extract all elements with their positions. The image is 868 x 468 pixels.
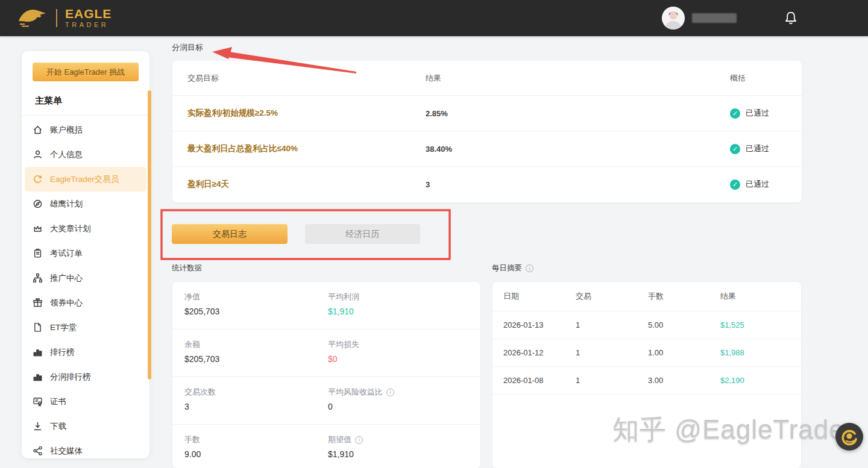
top-bar: EAGLE TRADER xyxy=(0,0,868,36)
sidebar-item-leaderboard[interactable]: 排行榜 xyxy=(22,340,149,364)
share-icon xyxy=(33,446,43,456)
sidebar-item-label: 个人信息 xyxy=(50,149,83,160)
check-circle-icon: ✓ xyxy=(730,179,740,190)
sidebar-item-account-overview[interactable]: 账户概括 xyxy=(22,117,149,142)
table-row: 2026-01-12 1 1.00 $1,988 xyxy=(492,339,801,366)
clipboard-icon xyxy=(33,248,43,258)
table-row: 2026-01-08 1 3.00 $2,190 xyxy=(492,366,801,394)
crown-icon xyxy=(33,223,43,234)
daily-empty-area xyxy=(492,394,801,468)
sidebar-item-label: 分润排行榜 xyxy=(50,372,91,382)
sidebar-item-label: 社交媒体 xyxy=(50,446,83,457)
sidebar-item-label: 雄鹰计划 xyxy=(50,199,83,210)
info-icon[interactable]: i xyxy=(355,436,363,444)
stats-title: 统计数据 xyxy=(172,263,202,273)
sidebar-item-exam-orders[interactable]: 考试订单 xyxy=(22,241,149,266)
status-badge: 已通过 xyxy=(746,143,769,154)
profit-goals-card: 交易目标 结果 概括 实际盈利/初始规模≥2.5% 2.85% ✓ 已通过 最大… xyxy=(172,60,802,203)
table-row: 2026-01-13 1 5.00 $1,525 xyxy=(492,311,801,339)
notifications-bell-icon[interactable] xyxy=(784,10,798,26)
sidebar-item-certificate[interactable]: 证书 xyxy=(22,389,149,414)
col-date: 日期 xyxy=(503,291,576,302)
sidebar-scrollbar[interactable] xyxy=(148,90,151,379)
user-avatar[interactable] xyxy=(662,7,685,30)
sidebar-item-label: ET学堂 xyxy=(50,322,77,333)
sidebar-item-et-academy[interactable]: ET学堂 xyxy=(22,315,149,340)
stat-expectancy: 期望值i $1,910 xyxy=(316,425,470,468)
download-icon xyxy=(33,421,43,431)
sidebar-item-profit-leaderboard[interactable]: 分润排行榜 xyxy=(22,364,149,389)
red-arrow-annotation xyxy=(212,47,232,59)
refresh-icon xyxy=(33,174,43,184)
daily-table-header: 日期 交易 手数 结果 xyxy=(492,282,801,311)
stat-lots: 手数 9.00 xyxy=(172,425,316,468)
table-row: 盈利日≥4天 3 ✓ 已通过 xyxy=(172,166,802,202)
profit-goals-title: 分润目标 xyxy=(172,42,203,53)
sidebar-item-label: 下载 xyxy=(50,421,66,432)
info-icon[interactable]: i xyxy=(386,388,394,396)
sidebar-divider xyxy=(22,115,149,116)
stats-card: 净值 $205,703 平均利润 $1,910 余额 $205,703 平均损失… xyxy=(172,281,481,468)
col-trading-goal: 交易目标 xyxy=(187,73,426,84)
col-lots: 手数 xyxy=(648,291,720,302)
table-row: 实际盈利/初始规模≥2.5% 2.85% ✓ 已通过 xyxy=(172,95,802,131)
stat-balance: 余额 $205,703 xyxy=(172,329,316,376)
sidebar-item-eagle-plan[interactable]: 雄鹰计划 xyxy=(22,192,149,216)
sidebar-item-label: EagleTrader交易员 xyxy=(50,174,119,185)
sidebar-section-title: 主菜单 xyxy=(35,95,149,107)
brand-divider xyxy=(56,9,57,27)
brand: EAGLE TRADER xyxy=(16,5,112,31)
sidebar-item-coupon-center[interactable]: 领券中心 xyxy=(22,290,149,315)
sidebar-item-eagletrader-trader[interactable]: EagleTrader交易员 xyxy=(25,167,146,192)
status-badge: 已通过 xyxy=(746,179,769,190)
col-summary: 概括 xyxy=(730,73,802,84)
check-circle-icon: ✓ xyxy=(730,108,740,119)
sidebar-item-label: 排行榜 xyxy=(50,347,75,358)
certificate-icon xyxy=(33,396,43,407)
sitemap-icon xyxy=(33,273,43,283)
brand-name: EAGLE xyxy=(65,7,112,20)
stat-trade-count: 交易次数 3 xyxy=(172,377,316,424)
sidebar-item-promotion-center[interactable]: 推广中心 xyxy=(22,266,149,290)
check-circle-icon: ✓ xyxy=(730,144,740,154)
col-result: 结果 xyxy=(720,291,791,302)
headset-icon xyxy=(840,428,858,446)
daily-summary-title: 每日摘要i xyxy=(492,263,533,273)
sidebar-item-label: 推广中心 xyxy=(50,273,83,284)
brand-subname: TRADER xyxy=(65,22,112,29)
status-badge: 已通过 xyxy=(746,108,769,119)
info-icon[interactable]: i xyxy=(526,264,533,272)
goals-table-header: 交易目标 结果 概括 xyxy=(172,61,802,95)
sidebar-item-label: 考试订单 xyxy=(50,248,83,259)
user-icon xyxy=(33,149,43,160)
sidebar-item-label: 领券中心 xyxy=(50,298,83,308)
table-row: 最大盈利日占总盈利占比≤40% 38.40% ✓ 已通过 xyxy=(172,131,802,166)
tab-economic-calendar[interactable]: 经济日历 xyxy=(305,224,420,244)
stat-avg-loss: 平均损失 $0 xyxy=(316,329,470,376)
sidebar-item-download[interactable]: 下载 xyxy=(22,414,149,438)
tab-trade-log[interactable]: 交易日志 xyxy=(172,224,288,244)
username-redacted xyxy=(692,13,737,23)
daily-summary-card: 日期 交易 手数 结果 2026-01-13 1 5.00 $1,525 202… xyxy=(492,281,802,468)
gift-icon xyxy=(33,298,43,308)
home-icon xyxy=(33,125,43,135)
chat-support-button[interactable] xyxy=(835,423,863,451)
podium-icon xyxy=(33,372,43,382)
stat-equity: 净值 $205,703 xyxy=(172,282,316,329)
stat-avg-risk-reward: 平均风险收益比i 0 xyxy=(316,377,470,424)
sidebar: 开始 EagleTrader 挑战 主菜单 账户概括 个人信息 EagleTra… xyxy=(22,51,149,458)
col-result: 结果 xyxy=(426,73,730,84)
col-trades: 交易 xyxy=(576,291,648,302)
document-icon xyxy=(33,322,43,332)
sidebar-item-label: 大奖章计划 xyxy=(50,223,91,234)
podium-icon xyxy=(33,347,43,357)
start-challenge-button[interactable]: 开始 EagleTrader 挑战 xyxy=(33,63,139,81)
eagle-logo-icon xyxy=(16,5,48,31)
sidebar-menu: 账户概括 个人信息 EagleTrader交易员 雄鹰计划 大奖章计划 xyxy=(22,117,149,463)
stat-avg-profit: 平均利润 $1,910 xyxy=(316,282,470,329)
sidebar-item-label: 账户概括 xyxy=(50,125,83,136)
sidebar-item-personal-info[interactable]: 个人信息 xyxy=(22,142,149,167)
sidebar-item-medallion-plan[interactable]: 大奖章计划 xyxy=(22,216,149,241)
sidebar-item-social-media[interactable]: 社交媒体 xyxy=(22,438,149,463)
compass-icon xyxy=(33,199,43,209)
